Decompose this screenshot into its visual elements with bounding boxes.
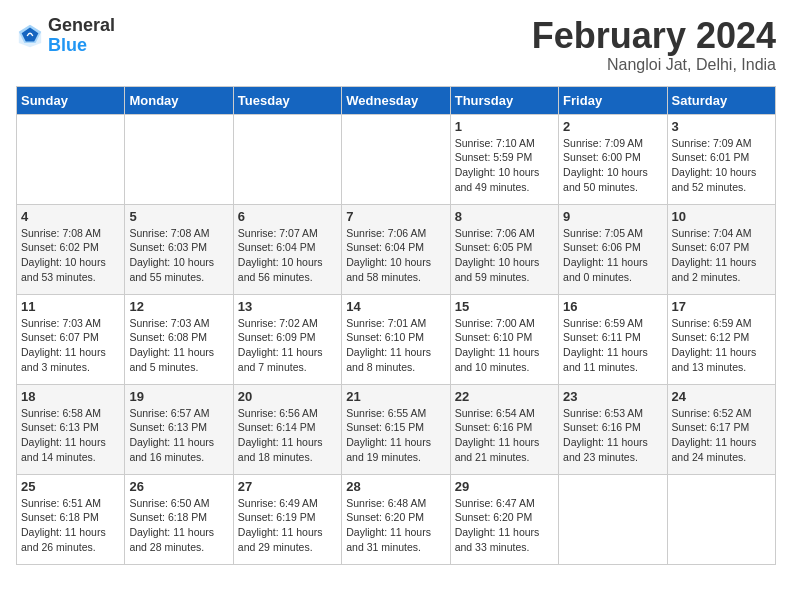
day-info: Sunrise: 7:01 AMSunset: 6:10 PMDaylight:… <box>346 316 445 375</box>
calendar-cell: 2Sunrise: 7:09 AMSunset: 6:00 PMDaylight… <box>559 114 667 204</box>
calendar-cell: 25Sunrise: 6:51 AMSunset: 6:18 PMDayligh… <box>17 474 125 564</box>
day-number: 29 <box>455 479 554 494</box>
day-number: 6 <box>238 209 337 224</box>
day-number: 8 <box>455 209 554 224</box>
title-block: February 2024 Nangloi Jat, Delhi, India <box>532 16 776 74</box>
day-number: 15 <box>455 299 554 314</box>
day-info: Sunrise: 6:57 AMSunset: 6:13 PMDaylight:… <box>129 406 228 465</box>
day-info: Sunrise: 6:59 AMSunset: 6:11 PMDaylight:… <box>563 316 662 375</box>
day-number: 17 <box>672 299 771 314</box>
day-info: Sunrise: 7:00 AMSunset: 6:10 PMDaylight:… <box>455 316 554 375</box>
calendar-cell: 14Sunrise: 7:01 AMSunset: 6:10 PMDayligh… <box>342 294 450 384</box>
day-info: Sunrise: 7:06 AMSunset: 6:05 PMDaylight:… <box>455 226 554 285</box>
day-of-week-tuesday: Tuesday <box>233 86 341 114</box>
day-info: Sunrise: 6:51 AMSunset: 6:18 PMDaylight:… <box>21 496 120 555</box>
day-number: 23 <box>563 389 662 404</box>
day-number: 3 <box>672 119 771 134</box>
day-of-week-friday: Friday <box>559 86 667 114</box>
calendar-cell: 13Sunrise: 7:02 AMSunset: 6:09 PMDayligh… <box>233 294 341 384</box>
calendar-cell: 6Sunrise: 7:07 AMSunset: 6:04 PMDaylight… <box>233 204 341 294</box>
day-number: 22 <box>455 389 554 404</box>
day-number: 7 <box>346 209 445 224</box>
day-info: Sunrise: 7:06 AMSunset: 6:04 PMDaylight:… <box>346 226 445 285</box>
day-number: 20 <box>238 389 337 404</box>
calendar-cell <box>559 474 667 564</box>
day-number: 18 <box>21 389 120 404</box>
day-of-week-saturday: Saturday <box>667 86 775 114</box>
day-of-week-thursday: Thursday <box>450 86 558 114</box>
calendar-table: SundayMondayTuesdayWednesdayThursdayFrid… <box>16 86 776 565</box>
day-info: Sunrise: 7:08 AMSunset: 6:02 PMDaylight:… <box>21 226 120 285</box>
calendar-cell: 29Sunrise: 6:47 AMSunset: 6:20 PMDayligh… <box>450 474 558 564</box>
day-number: 11 <box>21 299 120 314</box>
calendar-cell: 19Sunrise: 6:57 AMSunset: 6:13 PMDayligh… <box>125 384 233 474</box>
week-row-3: 18Sunrise: 6:58 AMSunset: 6:13 PMDayligh… <box>17 384 776 474</box>
day-number: 26 <box>129 479 228 494</box>
calendar-cell: 22Sunrise: 6:54 AMSunset: 6:16 PMDayligh… <box>450 384 558 474</box>
calendar-cell: 9Sunrise: 7:05 AMSunset: 6:06 PMDaylight… <box>559 204 667 294</box>
location: Nangloi Jat, Delhi, India <box>532 56 776 74</box>
calendar-cell: 8Sunrise: 7:06 AMSunset: 6:05 PMDaylight… <box>450 204 558 294</box>
day-of-week-monday: Monday <box>125 86 233 114</box>
week-row-2: 11Sunrise: 7:03 AMSunset: 6:07 PMDayligh… <box>17 294 776 384</box>
calendar-cell: 27Sunrise: 6:49 AMSunset: 6:19 PMDayligh… <box>233 474 341 564</box>
day-number: 24 <box>672 389 771 404</box>
calendar-cell: 11Sunrise: 7:03 AMSunset: 6:07 PMDayligh… <box>17 294 125 384</box>
day-number: 5 <box>129 209 228 224</box>
day-number: 1 <box>455 119 554 134</box>
day-of-week-wednesday: Wednesday <box>342 86 450 114</box>
calendar-cell <box>125 114 233 204</box>
day-info: Sunrise: 6:49 AMSunset: 6:19 PMDaylight:… <box>238 496 337 555</box>
day-info: Sunrise: 7:09 AMSunset: 6:01 PMDaylight:… <box>672 136 771 195</box>
day-info: Sunrise: 6:59 AMSunset: 6:12 PMDaylight:… <box>672 316 771 375</box>
calendar-cell: 21Sunrise: 6:55 AMSunset: 6:15 PMDayligh… <box>342 384 450 474</box>
day-number: 28 <box>346 479 445 494</box>
month-title: February 2024 <box>532 16 776 56</box>
logo-general-text: General <box>48 15 115 35</box>
day-info: Sunrise: 6:53 AMSunset: 6:16 PMDaylight:… <box>563 406 662 465</box>
day-number: 13 <box>238 299 337 314</box>
day-number: 14 <box>346 299 445 314</box>
day-info: Sunrise: 7:05 AMSunset: 6:06 PMDaylight:… <box>563 226 662 285</box>
day-info: Sunrise: 6:52 AMSunset: 6:17 PMDaylight:… <box>672 406 771 465</box>
day-info: Sunrise: 6:50 AMSunset: 6:18 PMDaylight:… <box>129 496 228 555</box>
calendar-cell: 26Sunrise: 6:50 AMSunset: 6:18 PMDayligh… <box>125 474 233 564</box>
day-number: 21 <box>346 389 445 404</box>
day-info: Sunrise: 6:58 AMSunset: 6:13 PMDaylight:… <box>21 406 120 465</box>
calendar-cell: 4Sunrise: 7:08 AMSunset: 6:02 PMDaylight… <box>17 204 125 294</box>
day-info: Sunrise: 6:47 AMSunset: 6:20 PMDaylight:… <box>455 496 554 555</box>
day-number: 12 <box>129 299 228 314</box>
day-info: Sunrise: 6:48 AMSunset: 6:20 PMDaylight:… <box>346 496 445 555</box>
day-number: 9 <box>563 209 662 224</box>
day-info: Sunrise: 7:10 AMSunset: 5:59 PMDaylight:… <box>455 136 554 195</box>
calendar-cell: 28Sunrise: 6:48 AMSunset: 6:20 PMDayligh… <box>342 474 450 564</box>
calendar-cell: 15Sunrise: 7:00 AMSunset: 6:10 PMDayligh… <box>450 294 558 384</box>
day-number: 10 <box>672 209 771 224</box>
logo: General Blue <box>16 16 115 56</box>
day-info: Sunrise: 7:09 AMSunset: 6:00 PMDaylight:… <box>563 136 662 195</box>
day-info: Sunrise: 6:56 AMSunset: 6:14 PMDaylight:… <box>238 406 337 465</box>
calendar-cell: 3Sunrise: 7:09 AMSunset: 6:01 PMDaylight… <box>667 114 775 204</box>
day-info: Sunrise: 7:07 AMSunset: 6:04 PMDaylight:… <box>238 226 337 285</box>
calendar-cell: 16Sunrise: 6:59 AMSunset: 6:11 PMDayligh… <box>559 294 667 384</box>
calendar-cell: 10Sunrise: 7:04 AMSunset: 6:07 PMDayligh… <box>667 204 775 294</box>
calendar-cell: 5Sunrise: 7:08 AMSunset: 6:03 PMDaylight… <box>125 204 233 294</box>
day-info: Sunrise: 6:54 AMSunset: 6:16 PMDaylight:… <box>455 406 554 465</box>
day-info: Sunrise: 7:04 AMSunset: 6:07 PMDaylight:… <box>672 226 771 285</box>
week-row-1: 4Sunrise: 7:08 AMSunset: 6:02 PMDaylight… <box>17 204 776 294</box>
day-info: Sunrise: 7:03 AMSunset: 6:08 PMDaylight:… <box>129 316 228 375</box>
calendar-body: 1Sunrise: 7:10 AMSunset: 5:59 PMDaylight… <box>17 114 776 564</box>
page-header: General Blue February 2024 Nangloi Jat, … <box>16 16 776 74</box>
day-info: Sunrise: 7:08 AMSunset: 6:03 PMDaylight:… <box>129 226 228 285</box>
calendar-cell: 7Sunrise: 7:06 AMSunset: 6:04 PMDaylight… <box>342 204 450 294</box>
week-row-0: 1Sunrise: 7:10 AMSunset: 5:59 PMDaylight… <box>17 114 776 204</box>
calendar-cell: 18Sunrise: 6:58 AMSunset: 6:13 PMDayligh… <box>17 384 125 474</box>
day-number: 25 <box>21 479 120 494</box>
calendar-cell <box>342 114 450 204</box>
calendar-cell: 17Sunrise: 6:59 AMSunset: 6:12 PMDayligh… <box>667 294 775 384</box>
calendar-cell: 23Sunrise: 6:53 AMSunset: 6:16 PMDayligh… <box>559 384 667 474</box>
calendar-cell: 1Sunrise: 7:10 AMSunset: 5:59 PMDaylight… <box>450 114 558 204</box>
day-number: 16 <box>563 299 662 314</box>
calendar-cell: 24Sunrise: 6:52 AMSunset: 6:17 PMDayligh… <box>667 384 775 474</box>
day-info: Sunrise: 7:03 AMSunset: 6:07 PMDaylight:… <box>21 316 120 375</box>
